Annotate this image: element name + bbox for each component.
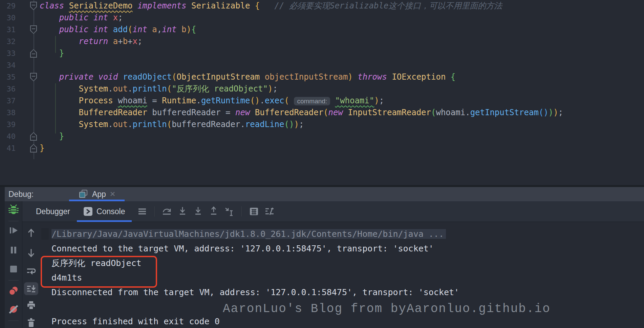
fold-start-icon[interactable]	[30, 25, 37, 34]
line-number: 32	[0, 37, 16, 46]
code-token: ;	[299, 120, 304, 129]
close-icon[interactable]: ✕	[110, 190, 116, 198]
toolbar-separator	[8, 280, 19, 281]
console-output[interactable]: /Library/Java/JavaVirtualMachines/jdk1.8…	[40, 222, 644, 328]
stop-icon[interactable]	[7, 263, 20, 275]
step-out-icon[interactable]	[208, 206, 219, 217]
gutter-fold-cell	[16, 83, 38, 95]
down-stack-icon[interactable]	[25, 247, 37, 259]
code-token: .	[465, 108, 470, 117]
line-number: 34	[0, 61, 16, 69]
debug-view-tabs: Debugger Console	[22, 201, 644, 222]
code-token: )	[549, 108, 553, 117]
code-token: bufferedReader	[172, 120, 240, 129]
fold-start-icon[interactable]	[30, 2, 37, 10]
app-run-icon	[78, 189, 88, 199]
pause-icon[interactable]	[7, 244, 20, 256]
code-token	[289, 96, 294, 105]
code-token: +	[128, 37, 132, 46]
up-stack-icon[interactable]	[25, 227, 37, 239]
code-token: new	[328, 108, 343, 117]
code-line: 32 return a+b+x;	[0, 36, 644, 47]
debug-header: Debug: App ✕	[5, 187, 644, 201]
code-token: class	[40, 1, 69, 11]
line-number: 41	[0, 144, 16, 152]
code-token: .	[108, 120, 113, 129]
gutter-fold-cell	[16, 107, 38, 119]
fold-end-icon[interactable]	[30, 132, 37, 141]
code-token: out	[113, 84, 128, 94]
fold-end-icon[interactable]	[30, 144, 37, 152]
tab-console[interactable]: Console	[77, 201, 132, 222]
session-tab-app[interactable]: App ✕	[69, 187, 125, 201]
soft-wrap-icon[interactable]	[25, 266, 37, 278]
clear-all-icon[interactable]	[25, 317, 37, 328]
code-text: }	[38, 130, 644, 142]
code-line: 36 System.out.println("反序列化 readObject")…	[0, 83, 644, 95]
tab-debugger[interactable]: Debugger	[29, 201, 77, 222]
code-token: readObject	[123, 72, 172, 82]
code-token	[343, 108, 348, 117]
debug-actions-toolbar	[5, 201, 22, 328]
toolbar-separator	[154, 206, 155, 217]
toolbar-separator	[8, 221, 19, 221]
line-number: 35	[0, 73, 16, 81]
trace-streams-icon[interactable]	[264, 206, 275, 217]
console-text: /Library/Java/JavaVirtualMachines/jdk1.8…	[51, 229, 444, 239]
console-text: Disconnected from the target VM, address…	[51, 287, 459, 297]
code-line: 39 System.out.println(bufferedReader.rea…	[0, 119, 644, 130]
rerun-debug-icon[interactable]	[7, 204, 20, 216]
code-token: ;	[118, 13, 123, 22]
code-text: System.out.println("反序列化 readObject");	[38, 83, 644, 95]
fold-start-icon[interactable]	[30, 73, 37, 81]
mute-breakpoints-icon[interactable]	[7, 304, 20, 315]
code-token: {	[191, 25, 196, 34]
code-line: 33 }	[0, 47, 644, 59]
code-token: public int	[59, 25, 113, 34]
menu-icon[interactable]	[136, 206, 148, 217]
code-token: out	[113, 120, 128, 129]
inline-parameter-hint: command:	[294, 97, 330, 105]
force-step-into-icon[interactable]	[192, 206, 204, 217]
resume-icon[interactable]	[7, 225, 20, 236]
tool-window-edge	[0, 187, 5, 328]
code-token: "反序列化 readObject"	[172, 84, 268, 94]
code-token	[330, 96, 335, 105]
code-token: a	[152, 25, 157, 34]
code-line: 35 private void readObject(ObjectInputSt…	[0, 71, 644, 83]
gutter-fold-cell	[16, 47, 38, 59]
code-token: "whoami"	[335, 96, 374, 105]
line-number: 31	[0, 25, 16, 34]
code-token: b	[123, 37, 128, 46]
code-token	[133, 1, 137, 11]
code-text: public int add(int a,int b){	[38, 24, 644, 36]
step-over-icon[interactable]	[161, 206, 173, 217]
code-text: class SerializeDemo implements Serializa…	[38, 0, 644, 12]
code-token	[353, 72, 358, 82]
code-token: whoami	[436, 108, 465, 117]
code-token: =	[221, 108, 235, 117]
code-token: // 必须要实现Serializable这个接口，可以不用里面的方法	[275, 1, 502, 11]
code-token: )	[268, 84, 273, 94]
console-text: Process finished with exit code 0	[51, 316, 220, 326]
code-line: 30 public int x;	[0, 12, 644, 24]
code-editor[interactable]: 29class SerializeDemo implements Seriali…	[0, 0, 644, 185]
code-token: BufferedReader	[79, 108, 147, 117]
print-icon[interactable]	[25, 300, 37, 311]
line-number: 39	[0, 120, 16, 129]
code-token: throws	[358, 72, 387, 82]
console-text: Connected to the target VM, address: '12…	[51, 244, 434, 253]
gutter-fold-cell	[16, 142, 38, 154]
view-breakpoints-icon[interactable]	[7, 285, 20, 297]
code-token	[260, 1, 274, 11]
code-token: {	[255, 1, 260, 11]
code-token: ()	[284, 120, 294, 129]
code-token: InputStreamReader	[348, 108, 431, 117]
fold-end-icon[interactable]	[30, 49, 37, 58]
code-token: )	[374, 96, 379, 105]
step-into-icon[interactable]	[177, 206, 188, 217]
run-to-cursor-icon[interactable]	[223, 206, 235, 217]
console-line: Connected to the target VM, address: '12…	[51, 241, 644, 256]
evaluate-expression-icon[interactable]	[248, 206, 260, 217]
scroll-to-end-icon[interactable]	[24, 282, 38, 295]
